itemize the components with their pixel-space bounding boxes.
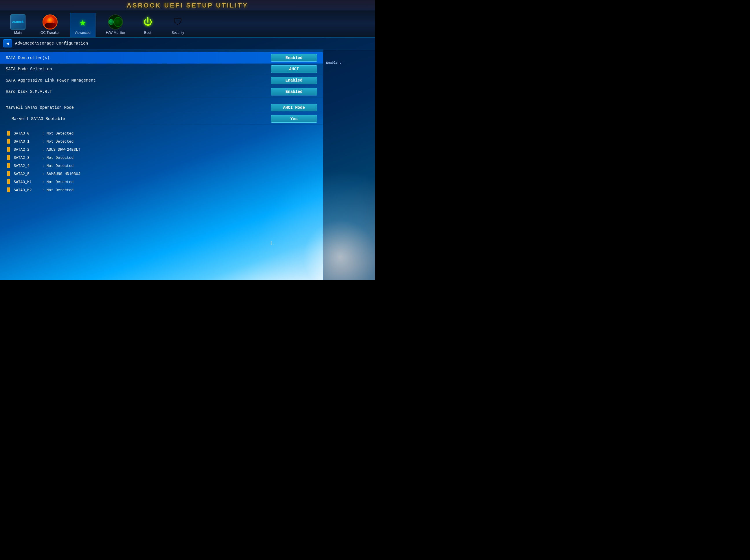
drive-value-sata3-m1: : Not Detected (42, 180, 74, 184)
setting-row-sata-mode[interactable]: SATA Mode Selection AHCI (0, 64, 323, 75)
nav-label-oc: OC Tweaker (40, 31, 60, 35)
nav-label-boot: Boot (144, 31, 151, 35)
drive-name-sata3-1: SATA3_1 (14, 139, 40, 144)
setting-label-sata-alpm: SATA Aggressive Link Power Management (6, 78, 271, 83)
setting-label-sata-controllers: SATA Controller(s) (6, 56, 271, 60)
nav-item-advanced[interactable]: Advanced (70, 13, 95, 37)
nav-item-boot[interactable]: Boot (136, 13, 160, 37)
drive-icon-sata3-1: ▐▌ (6, 139, 11, 144)
hwmon-icon (108, 15, 123, 29)
drive-icon-sata2-2: ▐▌ (6, 147, 11, 152)
back-button[interactable]: ◀ (3, 39, 12, 47)
drive-value-sata2-5: : SAMSUNG HD103UJ (42, 172, 80, 176)
drive-value-sata3-1: : Not Detected (42, 139, 74, 144)
drive-name-sata3-m2: SATA3_M2 (14, 188, 40, 192)
drive-row-sata3-1: ▐▌ SATA3_1 : Not Detected (0, 137, 323, 145)
drive-row-sata2-5: ▐▌ SATA2_5 : SAMSUNG HD103UJ (0, 170, 323, 178)
drive-row-sata3-m1: ▐▌ SATA3_M1 : Not Detected (0, 178, 323, 186)
main-icon: ASRock (11, 15, 25, 29)
drive-row-sata2-4: ▐▌ SATA2_4 : Not Detected (0, 162, 323, 170)
nav-item-security[interactable]: Security (166, 13, 190, 37)
drive-value-sata2-4: : Not Detected (42, 164, 74, 168)
drive-row-sata3-0: ▐▌ SATA3_0 : Not Detected (0, 129, 323, 137)
drive-value-sata3-m2: : Not Detected (42, 188, 74, 192)
drive-name-sata3-0: SATA3_0 (14, 131, 40, 136)
drive-value-sata2-2: : ASUS DRW-24B3LT (42, 147, 80, 152)
nav-label-hwmon: H/W Monitor (106, 31, 125, 35)
setting-label-sata-mode: SATA Mode Selection (6, 67, 271, 72)
drive-row-sata2-3: ▐▌ SATA2_3 : Not Detected (0, 154, 323, 162)
info-text: Enable or (326, 61, 343, 64)
setting-value-marvell-mode: AHCI Mode (271, 104, 317, 112)
setting-value-smart: Enabled (271, 88, 317, 96)
drive-icon-sata3-m1: ▐▌ (6, 179, 11, 184)
drive-name-sata2-3: SATA2_3 (14, 156, 40, 160)
drive-icon-sata2-5: ▐▌ (6, 171, 11, 177)
nav-bar: ASRock Main OC Tweaker Advanced (0, 11, 375, 38)
setting-row-smart[interactable]: Hard Disk S.M.A.R.T Enabled (0, 86, 323, 98)
setting-value-sata-alpm: Enabled (271, 77, 317, 84)
title-bar: ASROCK UEFI SETUP UTILITY (0, 0, 375, 11)
drive-name-sata2-2: SATA2_2 (14, 147, 40, 152)
drive-row-sata2-2: ▐▌ SATA2_2 : ASUS DRW-24B3LT (0, 145, 323, 154)
oc-icon (42, 15, 58, 29)
content-area: SATA Controller(s) Enabled SATA Mode Sel… (0, 49, 375, 280)
setting-label-smart: Hard Disk S.M.A.R.T (6, 89, 271, 94)
breadcrumb-path: Advanced\Storage Configuration (15, 41, 88, 46)
setting-label-marvell-boot: Marvell SATA3 Bootable (6, 117, 271, 121)
boot-icon (140, 15, 155, 29)
nav-item-hwmonitor[interactable]: H/W Monitor (101, 13, 130, 37)
main-panel: SATA Controller(s) Enabled SATA Mode Sel… (0, 49, 323, 280)
drive-icon-sata2-3: ▐▌ (6, 155, 11, 160)
nav-item-oc-tweaker[interactable]: OC Tweaker (36, 13, 64, 37)
drive-icon-sata3-m2: ▐▌ (6, 187, 11, 193)
back-icon: ◀ (6, 41, 9, 46)
drive-value-sata3-0: : Not Detected (42, 131, 74, 136)
setting-label-marvell-mode: Marvell SATA3 Operation Mode (6, 105, 271, 110)
drive-name-sata3-m1: SATA3_M1 (14, 180, 40, 184)
setting-row-sata-alpm[interactable]: SATA Aggressive Link Power Management En… (0, 75, 323, 86)
setting-value-sata-mode: AHCI (271, 65, 317, 73)
advanced-icon (75, 15, 90, 29)
breadcrumb-bar: ◀ Advanced\Storage Configuration (0, 38, 375, 49)
drive-name-sata2-5: SATA2_5 (14, 172, 40, 176)
nav-label-main: Main (14, 31, 22, 35)
setting-value-marvell-boot: Yes (271, 115, 317, 123)
app-title: ASROCK UEFI SETUP UTILITY (127, 2, 248, 9)
setting-row-marvell-boot[interactable]: Marvell SATA3 Bootable Yes (0, 113, 323, 125)
drive-name-sata2-4: SATA2_4 (14, 164, 40, 168)
info-panel: Enable or (323, 49, 375, 280)
drive-row-sata3-m2: ▐▌ SATA3_M2 : Not Detected (0, 186, 323, 194)
drive-icon-sata2-4: ▐▌ (6, 163, 11, 168)
nav-label-advanced: Advanced (75, 31, 90, 35)
screen: ASROCK UEFI SETUP UTILITY ASRock Main OC… (0, 0, 375, 280)
setting-row-sata-controllers[interactable]: SATA Controller(s) Enabled (0, 52, 323, 64)
cursor (271, 241, 274, 245)
security-icon (171, 15, 185, 29)
nav-item-main[interactable]: ASRock Main (6, 13, 30, 37)
nav-label-security: Security (172, 31, 184, 35)
setting-value-sata-controllers: Enabled (271, 54, 317, 62)
drive-icon-sata3-0: ▐▌ (6, 131, 11, 136)
setting-row-marvell-mode[interactable]: Marvell SATA3 Operation Mode AHCI Mode (0, 102, 323, 113)
drive-value-sata2-3: : Not Detected (42, 156, 74, 160)
